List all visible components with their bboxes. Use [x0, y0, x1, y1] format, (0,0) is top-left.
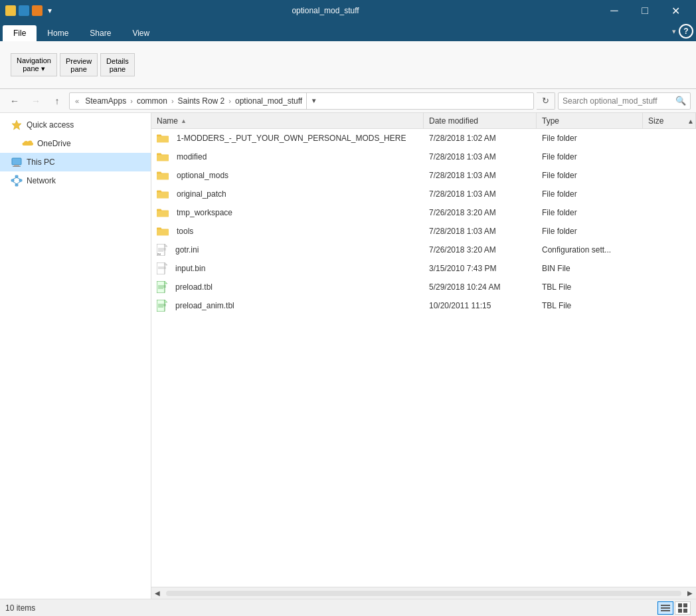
- titlebar-app-icons: ▾: [5, 5, 52, 16]
- breadcrumb-saintsrow2[interactable]: Saints Row 2: [177, 96, 226, 106]
- sidebar-thispc-label: This PC: [27, 157, 55, 167]
- tbl-icon: [157, 281, 167, 293]
- minimize-button[interactable]: ─: [599, 0, 630, 21]
- ribbon-preview-btn[interactable]: Previewpane: [60, 53, 98, 76]
- statusbar: 10 items: [0, 599, 696, 616]
- file-size-cell: [643, 241, 696, 258]
- file-name-cell: 1-MODDERS_-_PUT_YOUR_OWN_PERSONAL_MODS_H…: [151, 129, 424, 147]
- sidebar-item-onedrive[interactable]: OneDrive: [0, 134, 151, 153]
- svg-rect-32: [661, 605, 670, 606]
- breadcrumb-steamapps[interactable]: SteamApps: [84, 96, 128, 106]
- hscroll-right-arrow[interactable]: ▶: [684, 587, 696, 599]
- svg-rect-35: [678, 603, 682, 607]
- svg-rect-3: [13, 166, 21, 167]
- svg-rect-5: [11, 179, 14, 181]
- file-name-text: gotr.ini: [175, 245, 199, 255]
- sidebar-item-quickaccess[interactable]: Quick access: [0, 116, 151, 134]
- scroll-up-arrow[interactable]: ▲: [685, 113, 696, 129]
- ribbon-details-btn[interactable]: Detailspane: [100, 53, 135, 76]
- table-row[interactable]: input.bin3/15/2010 7:43 PMBIN File: [151, 259, 696, 278]
- ribbon-chevron[interactable]: ▾: [672, 27, 676, 36]
- table-row[interactable]: preload_anim.tbl10/20/2011 11:15TBL File: [151, 296, 696, 315]
- forward-button[interactable]: →: [27, 92, 45, 110]
- tab-share[interactable]: Share: [79, 25, 122, 41]
- ribbon-nav-pane-btn[interactable]: Navigationpane ▾: [11, 53, 57, 76]
- table-row[interactable]: modified7/28/2018 1:03 AMFile folder: [151, 148, 696, 166]
- file-date-cell: 7/26/2018 3:20 AM: [424, 203, 537, 221]
- file-date-cell: 7/28/2018 1:02 AM: [424, 129, 537, 147]
- file-size-cell: [643, 129, 696, 147]
- file-name-cell: tmp_workspace: [151, 203, 424, 221]
- file-name-cell: input.bin: [151, 259, 424, 277]
- statusbar-views: [657, 601, 691, 615]
- sort-arrow: ▲: [181, 118, 187, 124]
- folder-icon: [157, 207, 169, 219]
- maximize-button[interactable]: □: [630, 0, 660, 21]
- breadcrumb-common[interactable]: common: [135, 96, 169, 106]
- table-row[interactable]: tmp_workspace7/26/2018 3:20 AMFile folde…: [151, 203, 696, 222]
- filelist-header: Name ▲ Date modified Type Size ▲: [151, 113, 696, 129]
- help-button[interactable]: ?: [679, 24, 693, 39]
- table-row[interactable]: original_patch7/28/2018 1:03 AMFile fold…: [151, 185, 696, 203]
- refresh-button[interactable]: ↻: [537, 92, 555, 110]
- app-icon-1: [5, 5, 16, 16]
- tab-view[interactable]: View: [122, 25, 160, 41]
- file-name-cell: tools: [151, 222, 424, 240]
- close-button[interactable]: ✕: [660, 0, 691, 21]
- file-date-cell: 3/15/2010 7:43 PM: [424, 259, 537, 277]
- file-type-cell: File folder: [537, 222, 643, 240]
- ini-icon: INI: [157, 244, 167, 256]
- table-row[interactable]: INI gotr.ini7/26/2018 3:20 AMConfigurati…: [151, 241, 696, 259]
- sidebar-item-thispc[interactable]: This PC: [0, 153, 151, 171]
- file-type-cell: BIN File: [537, 259, 643, 277]
- filelist-area: Name ▲ Date modified Type Size ▲ 1-MODDE…: [151, 113, 696, 599]
- quickaccess-icon: [11, 119, 23, 131]
- svg-rect-6: [19, 179, 22, 181]
- svg-rect-4: [15, 175, 18, 177]
- sidebar: Quick access OneDrive This PC: [0, 113, 151, 599]
- file-type-cell: File folder: [537, 129, 643, 147]
- hscroll-left-arrow[interactable]: ◀: [151, 587, 163, 599]
- back-button[interactable]: ←: [5, 92, 24, 110]
- up-button[interactable]: ↑: [48, 92, 66, 110]
- table-row[interactable]: optional_mods7/28/2018 1:03 AMFile folde…: [151, 166, 696, 185]
- breadcrumb-expand-icon[interactable]: «: [75, 97, 81, 105]
- view-largeicons-btn[interactable]: [675, 601, 691, 615]
- ribbon-nav-buttons: Navigationpane ▾ Previewpane Detailspane: [11, 53, 135, 76]
- file-type-cell: Configuration sett...: [537, 241, 643, 258]
- svg-rect-38: [683, 609, 687, 613]
- file-name-text: original_patch: [177, 189, 226, 199]
- tab-file[interactable]: File: [3, 25, 37, 41]
- ribbon-toolbar: Navigationpane ▾ Previewpane Detailspane: [0, 41, 696, 89]
- filelist-content: 1-MODDERS_-_PUT_YOUR_OWN_PERSONAL_MODS_H…: [151, 129, 696, 587]
- tab-home[interactable]: Home: [37, 25, 79, 41]
- search-input[interactable]: [563, 96, 675, 106]
- file-type-cell: File folder: [537, 148, 643, 165]
- table-row[interactable]: tools7/28/2018 1:03 AMFile folder: [151, 222, 696, 241]
- col-header-type[interactable]: Type: [537, 113, 643, 128]
- file-date-cell: 7/28/2018 1:03 AM: [424, 166, 537, 184]
- search-bar: 🔍: [558, 92, 691, 110]
- hscroll-track[interactable]: [166, 591, 681, 596]
- file-name-text: tools: [177, 227, 193, 236]
- svg-text:INI: INI: [157, 253, 161, 256]
- folder-icon: [157, 169, 169, 181]
- sidebar-quickaccess-label: Quick access: [27, 120, 74, 130]
- sidebar-network-label: Network: [27, 176, 56, 185]
- file-type-cell: TBL File: [537, 278, 643, 296]
- breadcrumb-dropdown-btn[interactable]: ▼: [306, 92, 321, 110]
- breadcrumb-current[interactable]: optional_mod_stuff: [234, 96, 304, 106]
- col-header-name[interactable]: Name ▲: [151, 113, 424, 128]
- file-name-cell: preload.tbl: [151, 278, 424, 296]
- file-size-cell: [643, 185, 696, 203]
- file-size-cell: [643, 166, 696, 184]
- col-header-date[interactable]: Date modified: [424, 113, 537, 128]
- titlebar-title: optional_mod_stuff: [52, 6, 599, 15]
- file-name-text: input.bin: [175, 264, 205, 273]
- view-details-btn[interactable]: [657, 601, 673, 615]
- sidebar-item-network[interactable]: Network: [0, 171, 151, 190]
- table-row[interactable]: 1-MODDERS_-_PUT_YOUR_OWN_PERSONAL_MODS_H…: [151, 129, 696, 148]
- main-area: Quick access OneDrive This PC: [0, 113, 696, 599]
- file-name-text: preload_anim.tbl: [175, 301, 234, 310]
- table-row[interactable]: preload.tbl5/29/2018 10:24 AMTBL File: [151, 278, 696, 296]
